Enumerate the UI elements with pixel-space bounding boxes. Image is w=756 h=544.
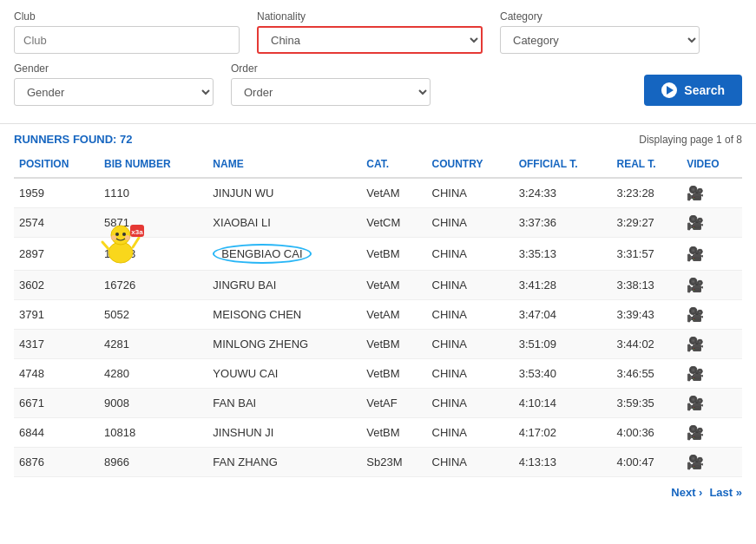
- table-row: 68768966FAN ZHANGSb23MCHINA4:13:134:00:4…: [14, 448, 742, 477]
- cell-bib: 16726: [99, 271, 207, 300]
- cell-cat: VetBM: [361, 238, 426, 271]
- nationality-select[interactable]: China: [257, 26, 483, 54]
- cell-video: 🎥: [681, 448, 742, 477]
- cell-name: JINJUN WU: [207, 178, 361, 208]
- cell-bib: 4281: [99, 330, 207, 359]
- category-select[interactable]: Category: [500, 26, 700, 54]
- cell-official-time: 3:24:33: [514, 178, 612, 208]
- cell-official-time: 3:51:09: [514, 330, 612, 359]
- cell-video: 🎥: [681, 330, 742, 359]
- runners-found-label: RUNNERS FOUND:: [14, 133, 116, 146]
- filter-section: Club Nationality China Category Category…: [0, 0, 756, 124]
- cell-position: 3791: [14, 300, 99, 330]
- table-row: 360216726JINGRU BAIVetAMCHINA3:41:283:38…: [14, 271, 742, 300]
- video-icon[interactable]: 🎥: [687, 246, 704, 261]
- order-select[interactable]: Order: [231, 78, 431, 106]
- table-row: 684410818JINSHUN JIVetBMCHINA4:17:024:00…: [14, 418, 742, 448]
- video-icon[interactable]: 🎥: [687, 455, 704, 469]
- svg-line-4: [102, 242, 108, 249]
- last-link[interactable]: Last »: [709, 486, 742, 499]
- cell-position: 2897: [14, 238, 99, 271]
- cell-bib: x3a 5871: [99, 208, 207, 238]
- cell-position: 4748: [14, 359, 99, 389]
- svg-line-5: [133, 238, 139, 247]
- cell-country: CHINA: [427, 208, 514, 238]
- cell-video: 🎥: [681, 300, 742, 330]
- video-icon[interactable]: 🎥: [687, 186, 704, 200]
- table-row: 37915052MEISONG CHENVetAMCHINA3:47:043:3…: [14, 300, 742, 330]
- cell-name: MEISONG CHEN: [207, 300, 361, 330]
- order-filter-group: Order Order: [231, 62, 431, 106]
- video-icon[interactable]: 🎥: [687, 366, 704, 381]
- cell-bib: 10818: [99, 418, 207, 448]
- next-link[interactable]: Next ›: [671, 486, 702, 499]
- cell-cat: VetBM: [361, 418, 426, 448]
- search-button[interactable]: Search: [644, 75, 742, 106]
- cell-official-time: 3:41:28: [514, 271, 612, 300]
- svg-point-0: [108, 242, 133, 263]
- cell-real-time: 4:00:36: [611, 418, 681, 448]
- runners-count: 72: [120, 133, 132, 146]
- video-icon[interactable]: 🎥: [687, 396, 704, 410]
- nationality-label: Nationality: [257, 10, 483, 23]
- svg-text:x3a: x3a: [131, 228, 143, 236]
- club-filter-group: Club: [14, 10, 240, 54]
- category-filter-group: Category Category: [500, 10, 700, 54]
- cell-position: 2574: [14, 208, 99, 238]
- table-header: POSITION BIB NUMBER NAME CAT. COUNTRY OF…: [14, 151, 742, 178]
- col-cat: CAT.: [361, 151, 426, 178]
- cell-official-time: 4:13:13: [514, 448, 612, 477]
- nationality-filter-group: Nationality China: [257, 10, 483, 54]
- results-meta: RUNNERS FOUND: 72 Displaying page 1 of 8: [14, 133, 742, 146]
- cell-position: 6876: [14, 448, 99, 477]
- svg-point-3: [122, 233, 126, 236]
- cell-video: 🎥: [681, 359, 742, 389]
- cell-cat: VetBM: [361, 330, 426, 359]
- cell-bib: 1110: [99, 178, 207, 208]
- table-row: 43174281MINLONG ZHENGVetBMCHINA3:51:093:…: [14, 330, 742, 359]
- order-label: Order: [231, 62, 431, 75]
- runners-found: RUNNERS FOUND: 72: [14, 133, 133, 146]
- cell-bib: 9008: [99, 389, 207, 418]
- video-icon[interactable]: 🎥: [687, 278, 704, 292]
- cell-cat: VetAM: [361, 178, 426, 208]
- pagination: Next › Last »: [14, 477, 742, 502]
- table-row: 47484280YOUWU CAIVetBMCHINA3:53:403:46:5…: [14, 359, 742, 389]
- cell-official-time: 3:35:13: [514, 238, 612, 271]
- cell-name: MINLONG ZHENG: [207, 330, 361, 359]
- cell-country: CHINA: [427, 330, 514, 359]
- search-play-icon: [661, 82, 677, 98]
- video-icon[interactable]: 🎥: [687, 215, 704, 230]
- gender-select[interactable]: Gender: [14, 78, 214, 106]
- cell-video: 🎥: [681, 418, 742, 448]
- cell-cat: Sb23M: [361, 448, 426, 477]
- cell-name: JINGRU BAI: [207, 271, 361, 300]
- col-bib: BIB NUMBER: [99, 151, 207, 178]
- cell-country: CHINA: [427, 418, 514, 448]
- table-row: 66719008FAN BAIVetAFCHINA4:10:143:59:35🎥: [14, 389, 742, 418]
- club-input[interactable]: [14, 26, 240, 54]
- cell-cat: VetAM: [361, 271, 426, 300]
- col-real: REAL T.: [611, 151, 681, 178]
- cell-real-time: 3:29:27: [611, 208, 681, 238]
- cell-real-time: 3:23:28: [611, 178, 681, 208]
- svg-point-2: [115, 233, 119, 236]
- cell-country: CHINA: [427, 359, 514, 389]
- video-icon[interactable]: 🎥: [687, 425, 704, 440]
- cell-video: 🎥: [681, 208, 742, 238]
- cell-real-time: 3:46:55: [611, 359, 681, 389]
- cell-country: CHINA: [427, 389, 514, 418]
- cell-country: CHINA: [427, 448, 514, 477]
- col-official: OFFICIAL T.: [514, 151, 612, 178]
- cell-name: YOUWU CAI: [207, 359, 361, 389]
- club-label: Club: [14, 10, 240, 23]
- col-name: NAME: [207, 151, 361, 178]
- video-icon[interactable]: 🎥: [687, 337, 704, 351]
- cell-position: 6844: [14, 418, 99, 448]
- filter-row-2: Gender Gender Order Order Search: [14, 62, 742, 106]
- video-icon[interactable]: 🎥: [687, 307, 704, 322]
- svg-point-9: [125, 235, 130, 240]
- cell-real-time: 3:38:13: [611, 271, 681, 300]
- cell-official-time: 3:47:04: [514, 300, 612, 330]
- cell-bib: 5052: [99, 300, 207, 330]
